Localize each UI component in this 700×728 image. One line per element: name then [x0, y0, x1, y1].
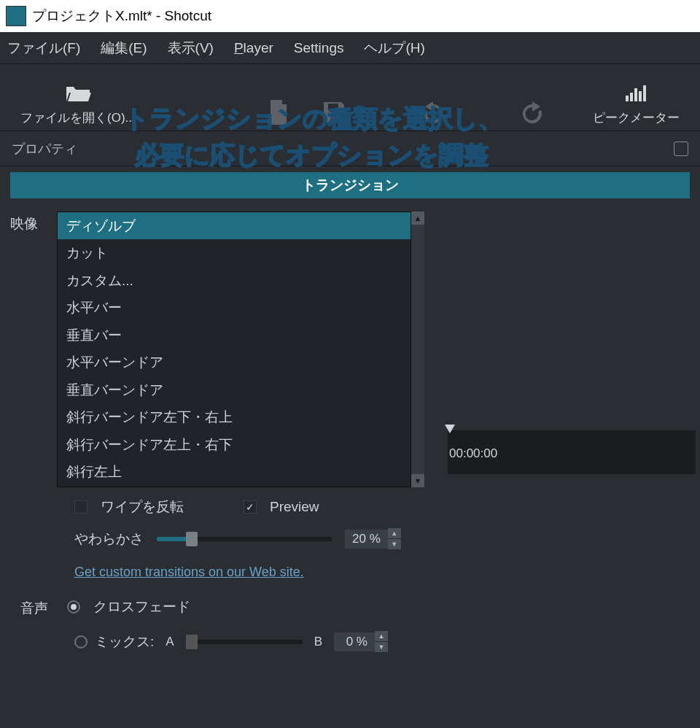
ruler-time: 00:00:00 [449, 446, 497, 461]
preview-checkbox[interactable] [244, 500, 257, 514]
playhead-marker-icon[interactable] [445, 425, 455, 433]
folder-open-icon [63, 79, 93, 107]
open-file-label: ファイルを開く(O)... [20, 109, 136, 126]
menu-settings[interactable]: Settings [294, 40, 344, 56]
svg-rect-3 [639, 91, 642, 101]
transition-item[interactable]: 垂直バーンドア [58, 376, 411, 403]
menu-file[interactable]: ファイル(F) [7, 39, 80, 58]
peak-meter-button[interactable]: ピークメーター [580, 79, 693, 126]
transition-item[interactable]: ディゾルブ [58, 212, 411, 239]
invert-wipe-checkbox[interactable] [74, 500, 88, 514]
menu-help[interactable]: ヘルプ(H) [364, 39, 424, 58]
softness-label: やわらかさ [74, 530, 144, 549]
svg-rect-0 [626, 96, 629, 101]
scrollbar-track[interactable] [411, 225, 424, 474]
transition-item[interactable]: 水平バーンドア [58, 349, 411, 376]
transition-listbox[interactable]: ディゾルブカットカスタム...水平バー垂直バー水平バーンドア垂直バーンドア斜行バ… [57, 212, 411, 487]
annotation-line-1: トランジションの種類を選択し、 [124, 102, 503, 136]
softness-value[interactable]: 20 % [345, 530, 388, 549]
listbox-scrollbar[interactable]: ▲ ▼ [411, 212, 424, 487]
annotation-line-2: 必要に応じてオプションを調整 [135, 139, 489, 172]
transition-item[interactable]: 垂直バー [58, 322, 411, 349]
mix-step-down[interactable]: ▼ [375, 642, 388, 652]
crossfade-label: クロスフェード [93, 597, 190, 616]
timeline-ruler[interactable]: 00:00:00 [448, 430, 696, 474]
peak-meter-icon [622, 79, 651, 107]
mix-slider[interactable] [186, 640, 303, 644]
shotcut-app-icon [6, 6, 26, 26]
softness-slider[interactable] [157, 537, 332, 541]
invert-wipe-label: ワイプを反転 [101, 497, 184, 516]
transition-item[interactable]: 斜行左上 [58, 458, 411, 485]
scroll-down-icon[interactable]: ▼ [411, 474, 424, 487]
menu-view[interactable]: 表示(V) [168, 39, 214, 58]
window-title: プロジェクトX.mlt* - Shotcut [32, 7, 211, 26]
peak-meter-label: ピークメーター [593, 109, 680, 126]
properties-title: プロパティ [12, 140, 77, 158]
svg-rect-2 [634, 88, 637, 101]
transition-item[interactable]: カスタム... [58, 267, 411, 294]
transition-item[interactable]: 斜行バーンドア左下・右上 [58, 403, 411, 430]
audio-label: 音声 [20, 596, 54, 618]
mix-label: ミックス: [95, 632, 154, 651]
mix-value[interactable]: 0 % [334, 632, 375, 651]
svg-rect-1 [630, 93, 633, 101]
menubar: ファイル(F) 編集(E) 表示(V) Player Settings ヘルプ(… [0, 32, 700, 64]
redo-button[interactable] [505, 98, 560, 126]
transition-item[interactable]: 斜行右上 [58, 485, 411, 487]
titlebar: プロジェクトX.mlt* - Shotcut [0, 0, 700, 32]
transition-section-title: トランジション [10, 172, 690, 198]
crossfade-radio[interactable] [67, 600, 80, 613]
transition-item[interactable]: カット [58, 239, 411, 266]
mix-b-label: B [314, 635, 322, 649]
softness-step-up[interactable]: ▲ [388, 528, 401, 538]
video-label: 映像 [10, 212, 44, 233]
detach-panel-icon[interactable] [674, 142, 688, 156]
custom-transitions-link[interactable]: Get custom transitions on our Web site. [74, 565, 690, 580]
svg-rect-4 [643, 85, 646, 101]
softness-step-down[interactable]: ▼ [388, 539, 401, 549]
scroll-up-icon[interactable]: ▲ [411, 212, 424, 225]
mix-step-up[interactable]: ▲ [375, 631, 388, 641]
properties-content: トランジション 映像 ディゾルブカットカスタム...水平バー垂直バー水平バーンド… [0, 166, 700, 653]
mix-radio[interactable] [74, 635, 88, 648]
transition-item[interactable]: 水平バー [58, 294, 411, 321]
transition-item[interactable]: 斜行バーンドア左上・右下 [58, 431, 411, 458]
mix-a-label: A [166, 635, 174, 649]
preview-label: Preview [270, 499, 319, 515]
menu-edit[interactable]: 編集(E) [101, 39, 147, 58]
menu-player[interactable]: Player [234, 40, 273, 56]
redo-icon [518, 98, 547, 126]
